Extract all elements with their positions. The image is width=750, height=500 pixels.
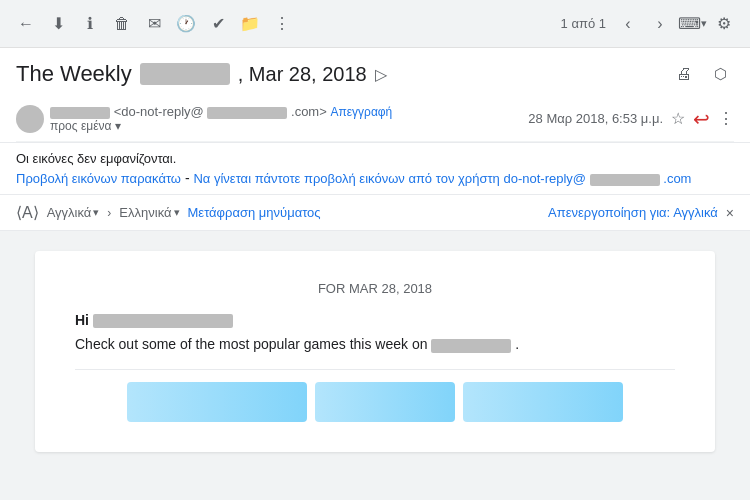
prev-icon: ‹ — [625, 15, 630, 33]
email-content: FOR MAR 28, 2018 Hi Check out some of th… — [35, 251, 715, 452]
print-icon: 🖨 — [676, 65, 692, 83]
translate-icon: ⟨A⟩ — [16, 203, 39, 222]
email-more-button[interactable]: ⋮ — [718, 109, 734, 128]
forward-icon: ▷ — [375, 65, 387, 84]
translate-message-link[interactable]: Μετάφραση μηνύματος — [188, 205, 321, 220]
spam-icon: ℹ — [87, 14, 93, 33]
toolbar: ← ⬇ ℹ 🗑 ✉ 🕐 ✔ 📁 ⋮ 1 από 1 ‹ › ⌨ ▾ ⚙ — [0, 0, 750, 48]
always-show-domain-blurred — [590, 174, 660, 186]
print-button[interactable]: 🖨 — [670, 60, 698, 88]
email-divider — [75, 369, 675, 370]
snooze-icon: 🕐 — [176, 14, 196, 33]
image-placeholder-3 — [463, 382, 623, 422]
sender-email-prefix: <do-not-reply@ — [114, 104, 204, 119]
always-show-images-link[interactable]: Να γίνεται πάντοτε προβολή εικόνων από τ… — [193, 171, 691, 186]
keyboard-icon: ⌨ — [678, 14, 701, 33]
email-body-text: Check out some of the most popular games… — [75, 336, 675, 352]
to-lang-button[interactable]: Ελληνικά ▾ — [119, 205, 179, 220]
email-body: FOR MAR 28, 2018 Hi Check out some of th… — [0, 231, 750, 472]
sender-left: <do-not-reply@ .com> Απεγγραφή προς εμέν… — [16, 104, 392, 133]
translation-arrow: › — [107, 206, 111, 220]
delete-button[interactable]: 🗑 — [108, 10, 136, 38]
image-placeholder-1 — [127, 382, 307, 422]
recipient-name-blurred — [93, 314, 233, 328]
from-lang-button[interactable]: Αγγλικά ▾ — [47, 205, 100, 220]
delete-icon: 🗑 — [114, 15, 130, 33]
subject-actions: 🖨 ⬡ — [670, 60, 734, 88]
images-notice-text: Οι εικόνες δεν εμφανίζονται. — [16, 151, 734, 166]
show-images-link[interactable]: Προβολή εικόνων παρακάτω — [16, 171, 181, 186]
subject-date-text: , Mar 28, 2018 — [238, 63, 367, 86]
settings-icon: ⚙ — [717, 14, 731, 33]
game-platform-blurred — [431, 339, 511, 353]
email-greeting: Hi — [75, 312, 675, 328]
sender-info: <do-not-reply@ .com> Απεγγραφή προς εμέν… — [50, 104, 392, 133]
sender-email-line: <do-not-reply@ .com> Απεγγραφή — [50, 104, 392, 119]
email-image-placeholders — [75, 382, 675, 422]
subject-title: The Weekly , Mar 28, 2018 ▷ — [16, 61, 387, 87]
sender-domain-blurred — [207, 107, 287, 119]
deactivate-translation-link[interactable]: Απενεργοποίηση για: Αγγλικά — [548, 205, 718, 220]
keyboard-caret-icon: ▾ — [701, 17, 707, 30]
to-caret-icon: ▾ — [115, 119, 121, 133]
to-recipient[interactable]: προς εμένα ▾ — [50, 119, 392, 133]
move-button[interactable]: 📁 — [236, 10, 264, 38]
more-button[interactable]: ⋮ — [268, 10, 296, 38]
subject-title-text: The Weekly — [16, 61, 132, 87]
email-date-heading: FOR MAR 28, 2018 — [75, 281, 675, 296]
move-icon: 📁 — [240, 14, 260, 33]
image-placeholder-2 — [315, 382, 455, 422]
task-icon: ✔ — [212, 14, 225, 33]
new-window-icon: ⬡ — [714, 65, 727, 83]
star-button[interactable]: ☆ — [671, 109, 685, 128]
pagination-text: 1 από 1 — [561, 16, 606, 31]
to-lang-caret-icon: ▾ — [174, 206, 180, 219]
settings-button[interactable]: ⚙ — [710, 10, 738, 38]
sender-row: <do-not-reply@ .com> Απεγγραφή προς εμέν… — [16, 96, 734, 142]
task-button[interactable]: ✔ — [204, 10, 232, 38]
toolbar-right: 1 από 1 ‹ › ⌨ ▾ ⚙ — [561, 10, 738, 38]
keyboard-button[interactable]: ⌨ ▾ — [678, 10, 706, 38]
more-icon: ⋮ — [274, 14, 290, 33]
subject-sender-blurred — [140, 63, 230, 85]
avatar — [16, 105, 44, 133]
sender-name-blurred — [50, 107, 110, 119]
from-lang-caret-icon: ▾ — [93, 206, 99, 219]
archive-icon: ⬇ — [52, 14, 65, 33]
archive-button[interactable]: ⬇ — [44, 10, 72, 38]
snooze-button[interactable]: 🕐 — [172, 10, 200, 38]
new-window-button[interactable]: ⬡ — [706, 60, 734, 88]
images-notice: Οι εικόνες δεν εμφανίζονται. Προβολή εικ… — [0, 142, 750, 194]
sender-date-text: 28 Μαρ 2018, 6:53 μ.μ. — [528, 111, 663, 126]
images-notice-links: Προβολή εικόνων παρακάτω - Να γίνεται πά… — [16, 170, 734, 186]
prev-email-button[interactable]: ‹ — [614, 10, 642, 38]
translation-close-button[interactable]: × — [726, 205, 734, 221]
mark-read-button[interactable]: ✉ — [140, 10, 168, 38]
unsubscribe-link[interactable]: Απεγγραφή — [330, 105, 392, 119]
next-icon: › — [657, 15, 662, 33]
subject-row: The Weekly , Mar 28, 2018 ▷ 🖨 ⬡ — [16, 60, 734, 88]
sender-email-suffix: .com> — [291, 104, 327, 119]
sender-right: 28 Μαρ 2018, 6:53 μ.μ. ☆ ↩ ⋮ — [528, 107, 734, 131]
reply-button[interactable]: ↩ — [693, 107, 710, 131]
mark-read-icon: ✉ — [148, 14, 161, 33]
translation-bar: ⟨A⟩ Αγγλικά ▾ › Ελληνικά ▾ Μετάφραση μην… — [0, 194, 750, 231]
email-header: The Weekly , Mar 28, 2018 ▷ 🖨 ⬡ <do-not-… — [0, 48, 750, 142]
next-email-button[interactable]: › — [646, 10, 674, 38]
spam-button[interactable]: ℹ — [76, 10, 104, 38]
back-button[interactable]: ← — [12, 10, 40, 38]
